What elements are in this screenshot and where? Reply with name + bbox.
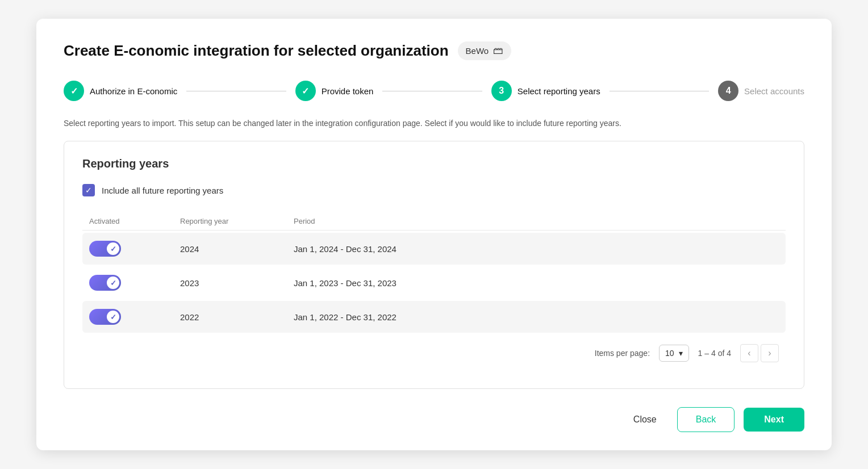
toggle-track-2023: ✓ [89,275,121,291]
step-2: ✓ Provide token [295,81,374,101]
step-connector-1 [186,91,286,91]
step-2-label: Provide token [322,86,374,96]
row-2024-activated[interactable]: ✓ [89,241,180,257]
future-years-row[interactable]: ✓ Include all future reporting years [82,184,786,196]
items-per-page-select[interactable]: 10 ▾ [659,345,689,362]
toggle-2024[interactable]: ✓ [89,241,121,257]
toggle-track-2022: ✓ [89,309,121,325]
description-text: Select reporting years to import. This s… [64,117,804,129]
step-3: 3 Select reporting years [491,81,600,101]
row-2023-period: Jan 1, 2023 - Dec 31, 2023 [294,278,779,288]
row-2022-activated[interactable]: ✓ [89,309,180,325]
toggle-thumb-2022: ✓ [107,311,119,323]
col-period: Period [294,217,779,225]
step-2-circle: ✓ [295,81,316,101]
grid-icon: 🗃 [493,45,503,57]
stepper: ✓ Authorize in E-conomic ✓ Provide token… [64,81,804,101]
future-years-label: Include all future reporting years [102,186,223,195]
org-badge: BeWo 🗃 [458,41,512,60]
close-button[interactable]: Close [622,409,668,430]
row-2023-activated[interactable]: ✓ [89,275,180,291]
pagination-prev-button[interactable]: ‹ [740,344,758,362]
row-2022-year: 2022 [180,312,294,322]
table-row: ✓ 2022 Jan 1, 2022 - Dec 31, 2022 [82,301,786,333]
step-4: 4 Select accounts [718,81,804,101]
row-2022-period: Jan 1, 2022 - Dec 31, 2022 [294,312,779,322]
step-4-circle: 4 [718,81,738,101]
toggle-thumb-2023: ✓ [107,277,119,289]
org-label: BeWo [466,46,489,56]
content-box: Reporting years ✓ Include all future rep… [64,141,804,389]
step-connector-3 [610,91,709,91]
table-header: Activated Reporting year Period [82,212,786,231]
toggle-thumb-2024: ✓ [107,242,119,255]
row-2024-year: 2024 [180,244,294,254]
content-inner: Reporting years ✓ Include all future rep… [64,141,804,388]
step-connector-2 [382,91,482,91]
col-activated: Activated [89,217,180,225]
toggle-2023[interactable]: ✓ [89,275,121,291]
step-1-circle: ✓ [64,81,84,101]
chevron-down-icon: ▾ [679,349,683,358]
step-4-label: Select accounts [744,86,804,96]
table-row: ✓ 2023 Jan 1, 2023 - Dec 31, 2023 [82,267,786,299]
page-title: Create E-conomic integration for selecte… [64,42,449,60]
back-button[interactable]: Back [677,407,735,432]
row-2024-period: Jan 1, 2024 - Dec 31, 2024 [294,244,779,254]
future-years-checkbox[interactable]: ✓ [82,184,95,196]
col-reporting-year: Reporting year [180,217,294,225]
row-2023-year: 2023 [180,278,294,288]
next-button[interactable]: Next [744,408,804,432]
step-3-label: Select reporting years [518,86,600,96]
toggle-2022[interactable]: ✓ [89,309,121,325]
items-per-page-label: Items per page: [595,349,650,358]
pagination-row: Items per page: 10 ▾ 1 – 4 of 4 ‹ › [82,335,786,367]
toggle-track-2024: ✓ [89,241,121,257]
step-1-label: Authorize in E-conomic [90,86,177,96]
modal-footer: Close Back Next [64,393,804,432]
step-1: ✓ Authorize in E-conomic [64,81,177,101]
pagination-next-button[interactable]: › [761,344,779,362]
table-row: ✓ 2024 Jan 1, 2024 - Dec 31, 2024 [82,233,786,265]
pagination-info: 1 – 4 of 4 [698,349,731,358]
pagination-arrows: ‹ › [740,344,779,362]
modal-container: Create E-conomic integration for selecte… [36,19,832,450]
step-3-circle: 3 [491,81,512,101]
section-title: Reporting years [82,157,786,170]
modal-title-row: Create E-conomic integration for selecte… [64,41,804,60]
items-per-page-value: 10 [665,349,674,358]
